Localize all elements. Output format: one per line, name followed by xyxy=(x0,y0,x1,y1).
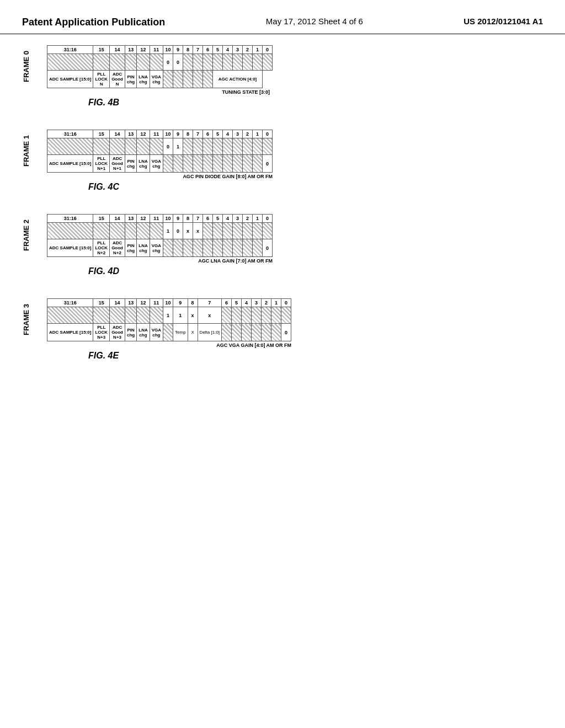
frame1-table: 31:16 15 14 13 12 11 10 9 8 7 6 5 4 3 xyxy=(47,130,273,173)
fig-4c-label: FIG. 4C xyxy=(88,182,119,192)
cell-3-top xyxy=(233,54,243,71)
publication-title: Patent Application Publication xyxy=(22,17,165,28)
cell-14-bot: ADCGoodN xyxy=(110,71,125,88)
cell-13-top xyxy=(125,54,137,71)
col-header-14: 14 xyxy=(110,46,125,54)
col-header-13: 13 xyxy=(125,46,137,54)
fig-4b-label: FIG. 4B xyxy=(88,98,119,108)
col-header-3116: 31:16 xyxy=(47,46,93,54)
col-header-5: 5 xyxy=(213,46,223,54)
cell-15-top xyxy=(93,54,110,71)
frame-1-label: FRAME 1 xyxy=(22,135,44,167)
col-header-15: 15 xyxy=(93,46,110,54)
cell-15-bot: PLLLOCKN xyxy=(93,71,110,88)
col-header-4: 4 xyxy=(223,46,233,54)
cell-10-top: 0 xyxy=(163,54,173,71)
frame0-table: 31:16 15 14 13 12 11 10 9 8 7 6 5 4 3 xyxy=(47,45,273,88)
col-header-9: 9 xyxy=(173,46,183,54)
frame2-table: 31:16 15 14 13 12 11 10 9 8 7 6 5 4 3 xyxy=(47,214,273,257)
cell-3116-top xyxy=(47,54,93,71)
cell-13-bot: PINchg xyxy=(125,71,137,88)
col-header-6: 6 xyxy=(203,46,213,54)
cell-agc-action: AGC ACTION [4:0] xyxy=(213,71,263,88)
figure-4c: FRAME 1 31:16 15 14 13 12 11 10 9 8 7 6 xyxy=(22,130,543,192)
col-header-11: 11 xyxy=(150,46,163,54)
cell-9-bot xyxy=(173,71,183,88)
cell-11-top xyxy=(150,54,163,71)
figure-4b: FRAME 0 31:16 15 14 13 12 11 10 9 8 7 xyxy=(22,45,543,108)
fig-4d-label: FIG. 4D xyxy=(88,266,119,276)
cell-2-top xyxy=(243,54,253,71)
col-header-7: 7 xyxy=(193,46,203,54)
cell-1-top xyxy=(253,54,263,71)
publication-date-sheet: May 17, 2012 Sheet 4 of 6 xyxy=(266,17,363,26)
page-header: Patent Application Publication May 17, 2… xyxy=(0,0,565,34)
publication-number: US 2012/0121041 A1 xyxy=(463,17,543,26)
cell-10-bot xyxy=(163,71,173,88)
frame-3-label: FRAME 3 xyxy=(22,304,44,335)
cell-12-bot: LNAchg xyxy=(137,71,150,88)
col-header-2: 2 xyxy=(243,46,253,54)
col-header-10: 10 xyxy=(163,46,173,54)
frame3-table: 31:16 15 14 13 12 11 10 9 8 7 6 5 4 3 xyxy=(47,298,291,341)
tuning-state-label: TUNING STATE [3:0] xyxy=(222,89,270,95)
agc-pin-diode-label: AGC PIN DIODE GAIN [8:0] AM OR FM xyxy=(183,174,273,179)
cell-7-top xyxy=(193,54,203,71)
figure-4e: FRAME 3 31:16 15 14 13 12 11 10 9 8 7 6 xyxy=(22,298,543,361)
cell-6-top xyxy=(203,54,213,71)
cell-3116-bot: ADC SAMPLE [15:0] xyxy=(47,71,93,88)
cell-4-top xyxy=(223,54,233,71)
fig-4e-label: FIG. 4E xyxy=(88,351,119,361)
agc-vga-gain-label: AGC VGA GAIN [4:0] AM OR FM xyxy=(216,342,291,348)
cell-8-top xyxy=(183,54,193,71)
main-content: FRAME 0 31:16 15 14 13 12 11 10 9 8 7 xyxy=(0,34,565,377)
agc-lna-gain-label: AGC LNA GAIN [7:0] AM OR FM xyxy=(198,258,273,264)
cell-8-bot xyxy=(183,71,193,88)
figure-4d: FRAME 2 31:16 15 14 13 12 11 10 9 8 7 6 xyxy=(22,214,543,276)
cell-12-top xyxy=(137,54,150,71)
cell-7-bot xyxy=(193,71,203,88)
frame-2-label: FRAME 2 xyxy=(22,220,44,251)
col-header-0: 0 xyxy=(263,46,273,54)
cell-11-bot: VGAchg xyxy=(150,71,163,88)
col-header-8: 8 xyxy=(183,46,193,54)
cell-6-bot xyxy=(203,71,213,88)
frame-0-label: FRAME 0 xyxy=(22,51,44,82)
col-header-3: 3 xyxy=(233,46,243,54)
cell-9-top: 0 xyxy=(173,54,183,71)
cell-5-top xyxy=(213,54,223,71)
cell-0-top xyxy=(263,54,273,71)
cell-14-top xyxy=(110,54,125,71)
col-header-1: 1 xyxy=(253,46,263,54)
col-header-12: 12 xyxy=(137,46,150,54)
